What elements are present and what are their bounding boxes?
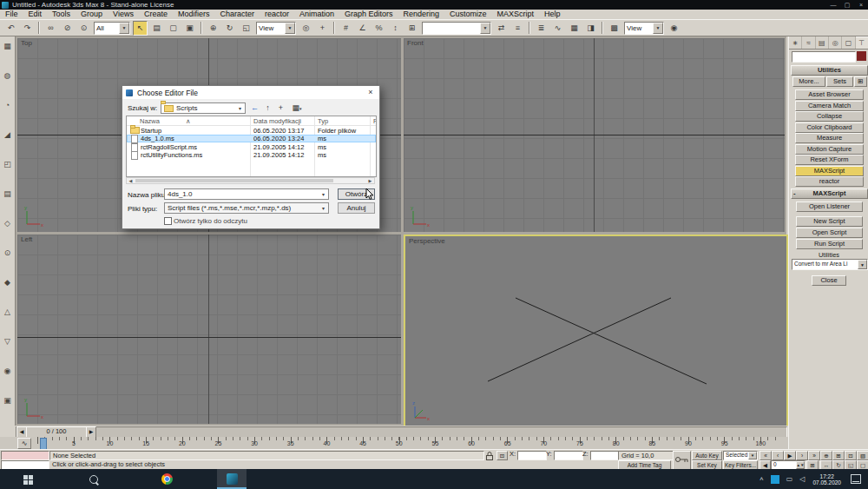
reactor-tool-icon[interactable]: ▣ [2, 394, 14, 406]
close-utility-button[interactable]: Close [812, 275, 846, 286]
tray-app-icon[interactable] [771, 475, 779, 484]
tab-create-icon[interactable]: ∗ [789, 36, 802, 49]
render-view-dropdown[interactable]: View ▼ [624, 22, 664, 35]
open-listener-button[interactable]: Open Listener [796, 202, 863, 212]
menu-help[interactable]: Help [539, 10, 566, 19]
tray-volume-icon[interactable]: ◁ [799, 475, 805, 483]
y-coordinate-field[interactable] [554, 451, 583, 460]
maxscript-mini-listener-macro[interactable] [1, 451, 49, 460]
spinner-snap-icon[interactable]: ↕ [388, 21, 403, 36]
up-one-level-icon[interactable]: ↑ [262, 102, 273, 113]
reset-xform-button[interactable]: Reset XForm [795, 155, 864, 165]
column-name[interactable]: Nazwa [140, 117, 160, 125]
scrollbar-thumb[interactable] [135, 179, 333, 182]
edit-named-selections-icon[interactable]: ⊞ [404, 21, 419, 36]
select-by-name-icon[interactable]: ▤ [149, 21, 164, 36]
asset-browser-button[interactable]: Asset Browser [795, 89, 864, 100]
scene-spline-object[interactable] [405, 236, 783, 422]
menu-tools[interactable]: Tools [47, 10, 76, 19]
cancel-button[interactable]: Anuluj [338, 202, 375, 214]
auto-key-button[interactable]: Auto Key [692, 451, 722, 460]
go-to-start-icon[interactable]: « [760, 451, 772, 460]
look-in-dropdown[interactable]: Scripts ▾ [161, 102, 246, 114]
more-utilities-button[interactable]: More... [792, 76, 825, 87]
file-row-startup[interactable]: Startup 06.05.2020 13:17 Folder plików [127, 126, 376, 135]
menu-reactor[interactable]: reactor [260, 10, 294, 19]
scroll-right-icon[interactable]: ▶ [366, 178, 374, 183]
reactor-tool-icon[interactable]: ◔ [2, 99, 14, 111]
tab-utilities-icon[interactable]: ⊤ [856, 36, 868, 49]
close-icon[interactable]: × [854, 0, 868, 10]
undo-icon[interactable]: ↶ [3, 21, 18, 36]
angle-snap-icon[interactable]: ∠ [355, 21, 370, 36]
object-name-field[interactable] [792, 51, 856, 63]
zoom-region-icon[interactable]: ▧ [857, 451, 868, 460]
sets-button[interactable]: Sets [826, 76, 853, 87]
previous-frame-icon[interactable]: ‹ [772, 451, 784, 460]
redo-icon[interactable]: ↷ [20, 21, 35, 36]
reactor-tool-icon[interactable]: ◇ [2, 217, 14, 229]
tab-motion-icon[interactable]: ◎ [829, 36, 842, 49]
reference-coordinate-dropdown[interactable]: View ▼ [256, 22, 296, 35]
start-button[interactable] [17, 469, 38, 489]
collapse-button[interactable]: Collapse [795, 111, 864, 122]
reactor-tool-icon[interactable]: ◢ [2, 129, 14, 141]
crossing-selection-icon[interactable]: ▣ [182, 21, 197, 36]
taskbar-3dsmax-icon[interactable] [221, 469, 242, 489]
percent-snap-icon[interactable]: % [372, 21, 386, 36]
menu-group[interactable]: Group [76, 10, 108, 19]
reactor-tool-icon[interactable]: ⊙ [2, 247, 14, 259]
reactor-tool-icon[interactable]: ◰ [2, 158, 14, 170]
layer-manager-icon[interactable]: ≣ [534, 21, 549, 36]
menu-edit[interactable]: Edit [23, 10, 48, 19]
go-to-end-icon[interactable]: » [808, 451, 820, 460]
menu-rendering[interactable]: Rendering [398, 10, 445, 19]
open-script-button[interactable]: Open Script [796, 228, 863, 238]
unlink-selection-icon[interactable]: ⊘ [60, 21, 75, 36]
action-center-icon[interactable] [851, 474, 861, 484]
menu-views[interactable]: Views [108, 10, 139, 19]
file-type-dropdown[interactable]: Script files (*.ms,*.mse,*.mcr,*.mzp,*.d… [164, 202, 329, 214]
back-icon[interactable]: ← [249, 102, 260, 113]
zoom-all-icon[interactable]: ⊞ [832, 451, 845, 460]
configure-button-sets-icon[interactable]: ⊞ [854, 76, 867, 87]
color-clipboard-button[interactable]: Color Clipboard [795, 122, 864, 133]
new-script-button[interactable]: New Script [796, 216, 863, 227]
viewport-front[interactable]: Front y x [404, 38, 785, 232]
menu-character[interactable]: Character [214, 10, 260, 19]
spinner-icon[interactable]: ▲▼ [796, 461, 805, 469]
mirror-icon[interactable]: ⇄ [494, 21, 509, 36]
current-frame-marker[interactable] [40, 438, 47, 450]
reactor-tool-icon[interactable]: ▦ [2, 40, 14, 52]
dialog-close-icon[interactable]: × [362, 86, 379, 99]
tab-hierarchy-icon[interactable]: ▤ [816, 36, 829, 49]
menu-file[interactable]: File [0, 10, 23, 19]
file-name-input[interactable]: 4ds_1.0 ▾ [164, 188, 329, 200]
select-rotate-icon[interactable]: ↻ [222, 21, 237, 36]
scroll-left-icon[interactable]: ◀ [127, 178, 135, 183]
set-key-mode-icon[interactable] [673, 451, 691, 470]
render-scene-icon[interactable]: ▩ [607, 21, 621, 36]
read-only-checkbox[interactable] [164, 217, 172, 225]
tray-hidden-icons-icon[interactable]: ˄ [760, 475, 764, 483]
quick-render-icon[interactable]: ◉ [667, 21, 681, 36]
schematic-view-icon[interactable]: ▦ [567, 21, 582, 36]
selection-filter-dropdown[interactable]: All ▼ [94, 22, 130, 35]
horizontal-scrollbar[interactable]: ◀ ▶ [126, 177, 375, 184]
curve-editor-icon[interactable]: ∿ [550, 21, 565, 36]
column-type[interactable]: Typ [318, 117, 328, 125]
zoom-extents-icon[interactable]: ⊡ [845, 451, 857, 460]
bind-spacewarp-icon[interactable]: ⊙ [76, 21, 91, 36]
taskbar-search-icon[interactable] [83, 469, 104, 489]
menu-maxscript[interactable]: MAXScript [492, 10, 540, 19]
menu-modifiers[interactable]: Modifiers [173, 10, 215, 19]
tray-network-icon[interactable]: ▭ [786, 475, 793, 483]
dialog-titlebar[interactable]: Choose Editor File × [122, 86, 379, 99]
z-coordinate-field[interactable] [590, 451, 620, 460]
file-row-utilityfunctions[interactable]: rctUtilityFunctions.ms 21.09.2005 14:12 … [127, 151, 376, 160]
maximize-icon[interactable]: ▢ [840, 0, 854, 10]
select-link-icon[interactable]: ∞ [43, 21, 58, 36]
motion-capture-button[interactable]: Motion Capture [795, 144, 864, 155]
menu-create[interactable]: Create [139, 10, 173, 19]
file-row-ragdollscript[interactable]: rctRagdollScript.ms 21.09.2005 14:12 ms [127, 142, 376, 151]
